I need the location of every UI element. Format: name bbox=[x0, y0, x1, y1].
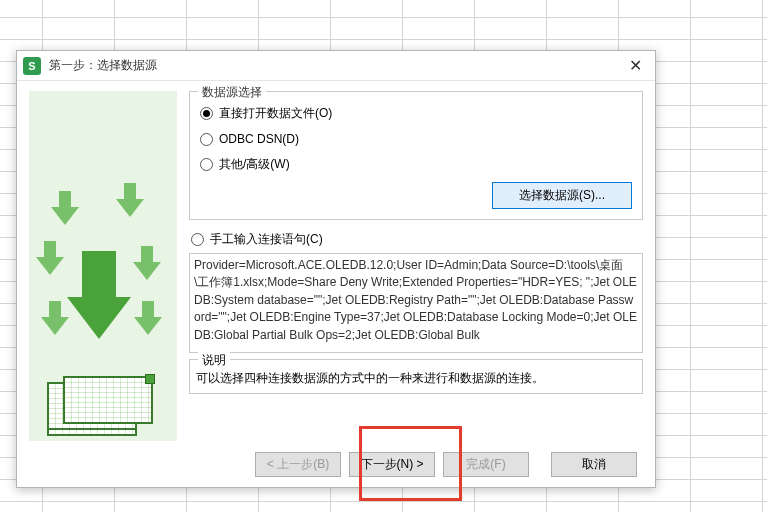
datasource-group: 数据源选择 直接打开数据文件(O) ODBC DSN(D) 其他/高级(W) 选… bbox=[189, 91, 643, 220]
radio-label: ODBC DSN(D) bbox=[219, 132, 299, 146]
titlebar: S 第一步：选择数据源 ✕ bbox=[17, 51, 655, 81]
close-button[interactable]: ✕ bbox=[621, 55, 649, 77]
radio-label: 直接打开数据文件(O) bbox=[219, 105, 332, 122]
dialog-body: 数据源选择 直接打开数据文件(O) ODBC DSN(D) 其他/高级(W) 选… bbox=[17, 81, 655, 441]
select-datasource-button[interactable]: 选择数据源(S)... bbox=[492, 182, 632, 209]
radio-icon bbox=[200, 107, 213, 120]
radio-odbc[interactable]: ODBC DSN(D) bbox=[200, 127, 632, 151]
form-area: 数据源选择 直接打开数据文件(O) ODBC DSN(D) 其他/高级(W) 选… bbox=[189, 91, 643, 441]
radio-icon bbox=[191, 233, 204, 246]
radio-label: 其他/高级(W) bbox=[219, 156, 290, 173]
connection-string-box[interactable]: Provider=Microsoft.ACE.OLEDB.12.0;User I… bbox=[189, 253, 643, 353]
radio-icon bbox=[200, 158, 213, 171]
back-button: < 上一步(B) bbox=[255, 452, 341, 477]
datasource-group-label: 数据源选择 bbox=[198, 84, 266, 101]
description-label: 说明 bbox=[198, 352, 230, 369]
app-icon: S bbox=[23, 57, 41, 75]
wizard-dialog: S 第一步：选择数据源 ✕ 数据源选择 直接打开数据文件(O) bbox=[16, 50, 656, 488]
radio-other[interactable]: 其他/高级(W) bbox=[200, 151, 632, 178]
wizard-footer: < 上一步(B) 下一步(N) > 完成(F) 取消 bbox=[17, 441, 655, 487]
radio-open-file[interactable]: 直接打开数据文件(O) bbox=[200, 100, 632, 127]
wizard-illustration bbox=[29, 91, 177, 441]
description-group: 说明 可以选择四种连接数据源的方式中的一种来进行和数据源的连接。 bbox=[189, 359, 643, 394]
radio-manual[interactable]: 手工输入连接语句(C) bbox=[189, 226, 643, 253]
next-button[interactable]: 下一步(N) > bbox=[349, 452, 435, 477]
dialog-title: 第一步：选择数据源 bbox=[49, 57, 621, 74]
radio-icon bbox=[200, 133, 213, 146]
description-text: 可以选择四种连接数据源的方式中的一种来进行和数据源的连接。 bbox=[196, 364, 636, 387]
radio-label: 手工输入连接语句(C) bbox=[210, 231, 323, 248]
finish-button: 完成(F) bbox=[443, 452, 529, 477]
cancel-button[interactable]: 取消 bbox=[551, 452, 637, 477]
